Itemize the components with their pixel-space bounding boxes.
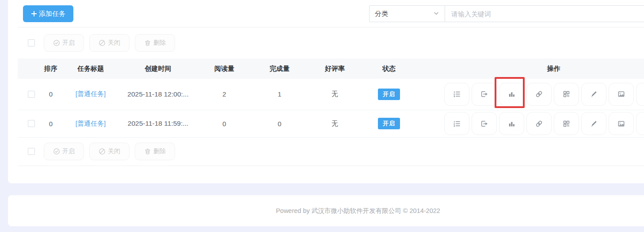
bulk-close-button-bottom[interactable]: 关闭 [89,143,130,160]
row-checkbox[interactable] [28,91,35,98]
bulk-delete-button-top[interactable]: 删除 [135,34,175,52]
cell-sort: 0 [40,79,62,110]
footer-copyright-text: Powered by 武汉市微小助软件开发有限公司 © 2014-2022 [276,207,440,215]
export-action-button[interactable] [472,112,497,135]
cell-created: 2025-11-18 12:00:... [119,79,197,110]
cell-rating: 无 [307,79,362,110]
header-rating: 好评率 [307,58,362,79]
link-action-button[interactable] [526,112,552,135]
header-title: 任务标题 [62,58,119,79]
bulk-actions-top: 开启 关闭 删除 [18,27,644,58]
select-all-checkbox-top[interactable] [28,39,35,46]
image-icon [617,120,625,128]
task-title-link[interactable]: [普通任务] [76,120,106,127]
check-circle-icon [53,148,60,155]
task-title-link[interactable]: [普通任务] [76,90,106,97]
qr-code-icon [563,120,570,128]
panel-header: 添加任务 分类 [18,0,644,27]
cell-reads: 2 [197,79,252,110]
header-status: 状态 [362,58,415,79]
export-icon [480,90,488,98]
category-select[interactable]: 分类 [369,5,445,22]
qr-code-action-button[interactable] [554,112,579,135]
bulk-delete-button-bottom[interactable]: 删除 [135,143,175,160]
cell-created: 2025-11-18 11:59:... [119,110,197,137]
header-completions: 完成量 [252,58,307,79]
bulk-open-button-top[interactable]: 开启 [44,34,84,52]
edit-icon [590,90,598,98]
cell-completions: 1 [252,79,307,110]
cell-reads: 0 [197,110,252,137]
check-circle-icon [53,39,60,46]
edit-action-button[interactable] [581,83,606,106]
link-icon [535,120,543,128]
header-created: 创建时间 [119,58,197,79]
table-row: 0 [普通任务] 2025-11-18 11:59:... 0 0 无 开启 [18,110,644,137]
bar-chart-action-button[interactable] [499,112,524,135]
task-table: 排序 任务标题 创建时间 阅读量 完成量 好评率 状态 操作 0 [普通任务] … [18,58,644,138]
list-ol-icon [453,120,461,128]
header-reads: 阅读量 [197,58,252,79]
plus-icon [31,11,37,17]
image-action-button[interactable] [609,83,634,106]
status-badge[interactable]: 开启 [378,118,400,129]
select-all-checkbox-bottom[interactable] [28,148,35,155]
task-list-panel: 添加任务 分类 开启 关闭 [8,0,644,183]
row-checkbox[interactable] [28,120,35,127]
more-action-button[interactable] [636,112,644,135]
bulk-close-label: 关闭 [108,147,120,155]
bulk-open-label: 开启 [62,39,75,47]
header-actions: 操作 [415,58,644,79]
bar-chart-icon [508,90,515,98]
bulk-close-label: 关闭 [108,39,120,47]
more-action-button[interactable] [636,83,644,106]
image-icon [617,90,625,98]
table-row: 0 [普通任务] 2025-11-18 12:00:... 2 1 无 开启 [18,79,644,110]
bulk-delete-label: 删除 [153,39,166,47]
add-task-button[interactable]: 添加任务 [23,5,73,22]
search-filter-group: 分类 [369,5,644,22]
cell-rating: 无 [307,110,362,137]
list-ol-action-button[interactable] [444,112,469,135]
slash-circle-icon [99,148,106,155]
cell-sort: 0 [40,110,62,137]
add-task-label: 添加任务 [39,10,65,18]
trash-icon [144,39,151,46]
list-ol-action-button[interactable] [444,83,469,106]
table-header-row: 排序 任务标题 创建时间 阅读量 完成量 好评率 状态 操作 [18,58,644,79]
qr-code-action-button[interactable] [554,83,579,106]
qr-code-icon [563,90,570,98]
cell-completions: 0 [252,110,307,137]
bulk-actions-bottom: 开启 关闭 删除 [18,138,644,166]
export-action-button[interactable] [472,83,497,106]
category-select-value: 分类 [375,10,388,18]
row-actions [444,83,644,106]
header-sort: 排序 [40,58,62,79]
bar-chart-icon [508,120,515,128]
footer: Powered by 武汉市微小助软件开发有限公司 © 2014-2022 [8,195,644,226]
trash-icon [144,148,151,155]
bulk-close-button-top[interactable]: 关闭 [89,34,130,52]
edit-icon [590,120,598,128]
row-actions [444,112,644,135]
status-badge[interactable]: 开启 [378,89,400,100]
slash-circle-icon [99,39,106,46]
list-ol-icon [453,90,461,98]
link-icon [535,90,543,98]
edit-action-button[interactable] [581,112,606,135]
export-icon [480,120,488,128]
image-action-button[interactable] [609,112,634,135]
keyword-input[interactable] [445,5,644,22]
bulk-delete-label: 删除 [153,147,166,155]
chevron-down-icon [433,10,439,18]
header-checkbox-spacer [18,58,40,79]
link-action-button[interactable] [526,83,552,106]
bulk-open-button-bottom[interactable]: 开启 [44,143,84,160]
bulk-open-label: 开启 [62,147,75,155]
bar-chart-action-button-row-1[interactable] [499,83,524,106]
